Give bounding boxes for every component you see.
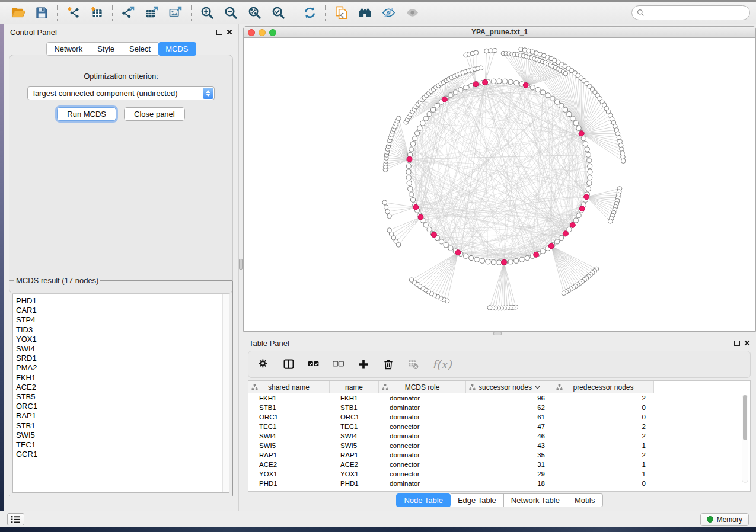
import-table-button[interactable]: [85, 4, 109, 23]
desktop-edge-bottom: [0, 527, 756, 532]
mcds-result-item[interactable]: SWI5: [16, 431, 229, 440]
mcds-result-item[interactable]: YOX1: [16, 335, 229, 344]
table-row[interactable]: PHD1PHD1dominator180: [248, 479, 750, 488]
mcds-result-item[interactable]: PMA2: [16, 363, 229, 373]
toolbar-separator: [57, 5, 58, 21]
tab-node-table[interactable]: Node Table: [396, 493, 451, 507]
float-table-panel-icon[interactable]: [734, 341, 740, 346]
export-image-button[interactable]: [164, 4, 187, 23]
mcds-result-item[interactable]: ORC1: [16, 402, 229, 411]
mcds-result-item[interactable]: GCR1: [16, 450, 229, 459]
hide-selected-button[interactable]: [377, 4, 400, 23]
table-settings-button[interactable]: [258, 358, 270, 370]
optimization-selected-value: largest connected component (undirected): [33, 89, 178, 98]
memory-button[interactable]: Memory: [700, 513, 749, 526]
close-panel-button[interactable]: Close panel: [124, 107, 185, 121]
splitter-grip[interactable]: [239, 259, 243, 270]
mcds-result-item[interactable]: ACE2: [16, 383, 229, 392]
zoom-out-button[interactable]: [219, 4, 243, 23]
column-header-successor-nodes[interactable]: successor nodes: [466, 381, 553, 393]
table-row[interactable]: RAP1RAP1dominator352: [248, 450, 750, 460]
search-input[interactable]: [645, 8, 745, 18]
table-row[interactable]: SWI5SWI5connector431: [248, 441, 750, 450]
tab-network[interactable]: Network: [46, 42, 90, 56]
export-table-icon: [145, 6, 159, 20]
table-row[interactable]: YOX1YOX1connector291: [248, 469, 750, 479]
select-all-button[interactable]: [308, 358, 320, 370]
column-header-shared-name[interactable]: shared name: [248, 381, 330, 393]
mcds-result-item[interactable]: PHD1: [16, 296, 229, 306]
cell-successor-nodes: 43: [466, 442, 553, 449]
column-header-MCDS-role[interactable]: MCDS role: [379, 381, 466, 393]
cell-name: STB1: [330, 404, 379, 411]
mcds-result-item[interactable]: STB5: [16, 392, 229, 402]
task-history-button[interactable]: [7, 513, 24, 525]
table-row[interactable]: ACE2ACE2connector311: [248, 460, 750, 469]
toggle-panes-button[interactable]: [283, 358, 295, 370]
network-canvas[interactable]: [244, 38, 755, 332]
mcds-result-item[interactable]: SRD1: [16, 354, 229, 363]
table-row[interactable]: TEC1TEC1connector472: [248, 422, 750, 431]
tab-mcds[interactable]: MCDS: [158, 42, 196, 56]
float-panel-icon[interactable]: [216, 30, 222, 35]
cell-shared-name: SWI4: [248, 432, 330, 440]
optimization-select[interactable]: largest connected component (undirected): [27, 86, 215, 100]
zoom-in-button[interactable]: [195, 4, 219, 23]
mcds-result-item[interactable]: STB1: [16, 421, 229, 431]
zoom-selected-button[interactable]: [266, 4, 290, 23]
mcds-result-item[interactable]: TEC1: [16, 440, 229, 450]
table-row[interactable]: FKH1FKH1dominator962: [248, 393, 750, 403]
export-image-icon: [169, 6, 183, 20]
table-row[interactable]: ORC1ORC1dominator610: [248, 412, 750, 422]
cell-successor-nodes: 35: [466, 451, 553, 459]
tab-edge-table[interactable]: Edge Table: [451, 493, 504, 507]
mcds-result-item[interactable]: STP4: [16, 315, 229, 325]
table-scrollbar-thumb[interactable]: [743, 395, 747, 440]
add-column-button[interactable]: [358, 358, 369, 370]
export-network-button[interactable]: [116, 4, 140, 23]
tab-select[interactable]: Select: [122, 42, 158, 56]
close-panel-icon[interactable]: [227, 29, 232, 35]
clone-network-button[interactable]: [329, 4, 353, 23]
network-graph[interactable]: [244, 38, 755, 332]
search-box[interactable]: [631, 5, 750, 20]
close-window-icon[interactable]: [248, 29, 255, 36]
minimize-window-icon[interactable]: [259, 29, 266, 36]
mcds-result-item[interactable]: SWI4: [16, 344, 229, 354]
refresh-layout-button[interactable]: [298, 4, 321, 23]
zoom-fit-button[interactable]: [243, 4, 266, 23]
cell-name: ACE2: [330, 461, 379, 468]
cell-name: ORC1: [330, 414, 379, 421]
cell-shared-name: SWI5: [248, 442, 330, 449]
export-table-button[interactable]: [140, 4, 164, 23]
first-neighbors-button[interactable]: [353, 4, 377, 23]
cell-MCDS-role: dominator: [379, 395, 466, 402]
close-table-panel-icon[interactable]: [744, 340, 750, 346]
import-network-button[interactable]: [61, 4, 85, 23]
save-session-button[interactable]: [30, 4, 53, 23]
table-row[interactable]: SWI4SWI4dominator462: [248, 431, 750, 441]
mcds-result-item[interactable]: FKH1: [16, 373, 229, 383]
hide-selected-icon: [382, 6, 395, 20]
deselect-all-button[interactable]: [333, 358, 344, 370]
delete-column-button[interactable]: [382, 358, 394, 370]
toggle-panes-icon: [283, 358, 295, 370]
column-header-name[interactable]: name: [330, 381, 379, 393]
panel-splitter[interactable]: [238, 24, 243, 511]
open-file-button[interactable]: [6, 4, 30, 23]
run-mcds-button[interactable]: Run MCDS: [57, 107, 116, 121]
table-row[interactable]: STB1STB1dominator620: [248, 403, 750, 412]
mcds-result-item[interactable]: TID3: [16, 325, 229, 335]
table-scrollbar[interactable]: [742, 395, 748, 483]
cell-predecessor-nodes: 0: [553, 480, 654, 487]
tab-network-table[interactable]: Network Table: [504, 493, 567, 507]
mcds-list-scrollbar[interactable]: [222, 294, 229, 492]
mcds-result-item[interactable]: CAR1: [16, 306, 229, 315]
toolbar-separator: [294, 5, 294, 21]
tab-motifs[interactable]: Motifs: [567, 493, 603, 507]
maximize-window-icon[interactable]: [269, 29, 276, 36]
column-header-predecessor-nodes[interactable]: predecessor nodes: [553, 381, 654, 393]
mcds-result-item[interactable]: RAP1: [16, 411, 229, 421]
cell-successor-nodes: 47: [466, 423, 553, 430]
tab-style[interactable]: Style: [90, 42, 122, 56]
